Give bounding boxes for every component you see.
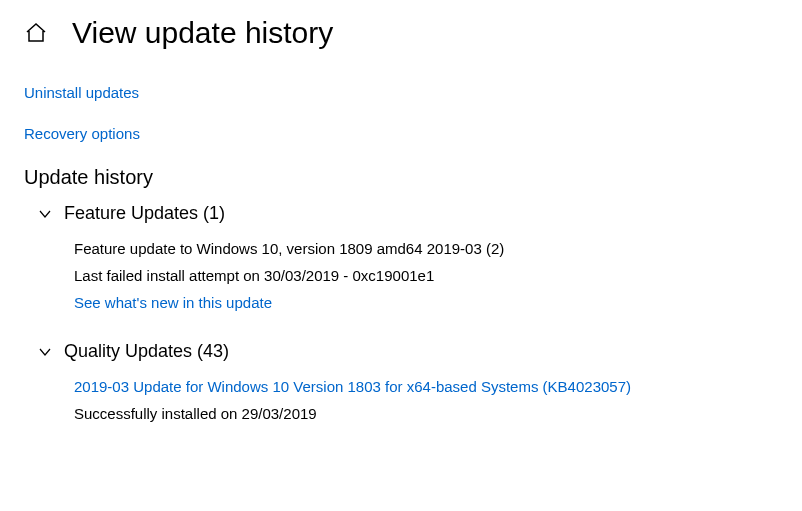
section-title: Update history (24, 166, 778, 189)
quality-update-status: Successfully installed on 29/03/2019 (74, 405, 778, 422)
whats-new-link[interactable]: See what's new in this update (74, 294, 778, 311)
page-title: View update history (72, 16, 333, 50)
quality-updates-label: Quality Updates (43) (64, 341, 229, 362)
quality-updates-group-header[interactable]: Quality Updates (43) (24, 341, 778, 362)
uninstall-updates-link[interactable]: Uninstall updates (24, 84, 778, 101)
feature-updates-content: Feature update to Windows 10, version 18… (24, 240, 778, 311)
feature-updates-group-header[interactable]: Feature Updates (1) (24, 203, 778, 224)
feature-update-title: Feature update to Windows 10, version 18… (74, 240, 778, 257)
chevron-down-icon (38, 207, 52, 221)
recovery-options-link[interactable]: Recovery options (24, 125, 778, 142)
quality-update-title-link[interactable]: 2019-03 Update for Windows 10 Version 18… (74, 378, 778, 395)
quality-updates-content: 2019-03 Update for Windows 10 Version 18… (24, 378, 778, 422)
home-icon[interactable] (24, 21, 48, 45)
feature-updates-label: Feature Updates (1) (64, 203, 225, 224)
chevron-down-icon (38, 345, 52, 359)
feature-update-status: Last failed install attempt on 30/03/201… (74, 267, 778, 284)
